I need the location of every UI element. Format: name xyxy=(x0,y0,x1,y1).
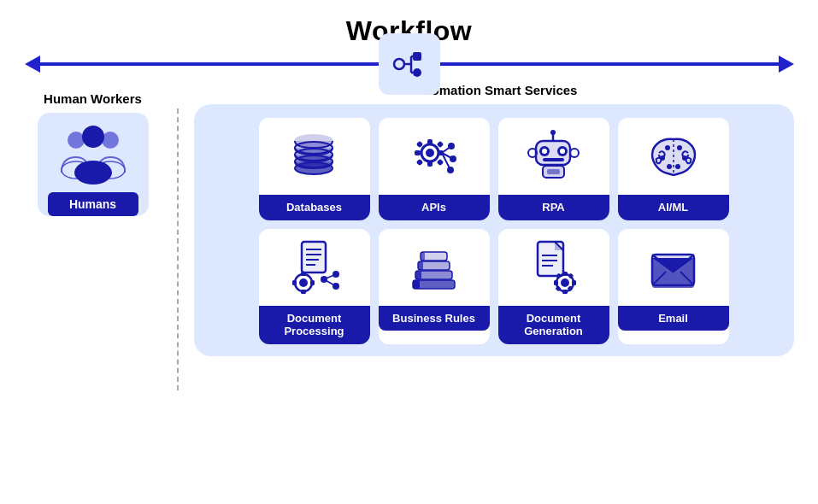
doc-generation-icon-area xyxy=(498,229,609,306)
business-rules-icon xyxy=(406,239,462,295)
human-workers-section: Human Workers Humans xyxy=(25,83,162,216)
aiml-icon xyxy=(644,129,703,185)
svg-rect-63 xyxy=(301,290,306,294)
email-icon xyxy=(645,239,701,295)
svg-point-41 xyxy=(560,149,565,154)
svg-rect-42 xyxy=(543,158,564,161)
workflow-icon xyxy=(391,45,428,83)
svg-rect-78 xyxy=(421,252,425,261)
svg-point-20 xyxy=(426,149,434,157)
svg-point-85 xyxy=(561,278,569,287)
svg-point-13 xyxy=(74,161,112,185)
svg-rect-76 xyxy=(418,261,423,270)
svg-point-18 xyxy=(295,162,332,174)
services-row-2: Document Processing xyxy=(206,229,782,344)
service-card-business-rules: Business Rules xyxy=(379,229,490,344)
human-workers-title: Human Workers xyxy=(44,91,142,106)
service-card-apis: APIs xyxy=(379,118,490,220)
automation-grid: Databases xyxy=(194,104,794,356)
svg-point-61 xyxy=(299,278,308,287)
doc-processing-icon-area xyxy=(259,229,370,306)
doc-processing-label: Document Processing xyxy=(259,306,370,344)
svg-point-52 xyxy=(667,164,672,169)
services-row-1: Databases xyxy=(206,118,782,220)
svg-point-50 xyxy=(660,155,665,161)
service-card-aiml: AI/ML xyxy=(618,118,729,220)
svg-rect-86 xyxy=(562,272,568,276)
svg-rect-55 xyxy=(302,242,326,273)
svg-point-49 xyxy=(677,145,682,150)
svg-rect-64 xyxy=(292,280,297,285)
svg-rect-22 xyxy=(427,161,433,167)
humans-icon xyxy=(55,121,132,185)
aiml-label: AI/ML xyxy=(618,195,729,220)
svg-point-2 xyxy=(413,68,421,77)
svg-point-12 xyxy=(82,126,104,148)
databases-label: Databases xyxy=(259,195,370,220)
automation-section: Automation Smart Services xyxy=(194,83,794,356)
svg-rect-72 xyxy=(413,280,420,289)
svg-point-32 xyxy=(448,143,455,149)
doc-processing-icon xyxy=(286,238,342,296)
svg-rect-62 xyxy=(301,272,306,276)
email-label: Email xyxy=(618,306,729,331)
doc-generation-label: Document Generation xyxy=(498,306,609,344)
apis-icon xyxy=(404,129,464,185)
service-card-doc-processing: Document Processing xyxy=(259,229,370,344)
svg-point-51 xyxy=(682,155,687,161)
svg-rect-88 xyxy=(554,280,558,285)
service-card-doc-generation: Document Generation xyxy=(498,229,609,344)
doc-generation-icon xyxy=(526,238,581,296)
section-divider xyxy=(177,108,179,390)
svg-rect-89 xyxy=(572,280,576,285)
workflow-icon-box xyxy=(379,33,440,95)
svg-point-8 xyxy=(68,132,85,149)
workflow-arrow-row xyxy=(25,56,794,73)
apis-icon-area xyxy=(379,118,490,195)
svg-rect-46 xyxy=(547,169,560,174)
service-card-rpa: RPA xyxy=(498,118,609,220)
svg-point-0 xyxy=(394,59,404,69)
email-icon-area xyxy=(618,229,729,306)
svg-rect-21 xyxy=(427,139,433,145)
svg-rect-1 xyxy=(413,52,421,61)
svg-rect-87 xyxy=(562,290,568,294)
svg-point-48 xyxy=(665,145,670,150)
rpa-label: RPA xyxy=(498,195,609,220)
svg-rect-27 xyxy=(415,158,422,165)
service-card-email: Email xyxy=(618,229,729,344)
rpa-icon xyxy=(526,129,581,185)
svg-point-33 xyxy=(450,155,456,162)
svg-point-34 xyxy=(447,167,454,173)
svg-rect-23 xyxy=(415,150,421,155)
databases-icon xyxy=(286,129,342,185)
svg-point-10 xyxy=(102,132,119,149)
rpa-icon-area xyxy=(498,118,609,195)
service-card-databases: Databases xyxy=(259,118,370,220)
svg-rect-65 xyxy=(310,280,315,285)
svg-point-53 xyxy=(675,164,680,169)
business-rules-icon-area xyxy=(379,229,490,306)
svg-point-44 xyxy=(570,149,579,157)
svg-point-36 xyxy=(550,130,556,135)
aiml-icon-area xyxy=(618,118,729,195)
right-arrow-head xyxy=(779,56,794,73)
svg-point-40 xyxy=(542,149,547,154)
business-rules-label: Business Rules xyxy=(379,306,490,331)
svg-rect-74 xyxy=(415,271,421,279)
svg-rect-28 xyxy=(436,158,443,165)
humans-label: Humans xyxy=(48,192,138,216)
databases-icon-area xyxy=(259,118,370,195)
humans-card: Humans xyxy=(38,113,149,216)
svg-line-70 xyxy=(324,279,336,286)
main-content: Human Workers Humans xyxy=(25,83,794,390)
apis-label: APIs xyxy=(379,195,490,220)
arrow-line xyxy=(38,62,780,66)
